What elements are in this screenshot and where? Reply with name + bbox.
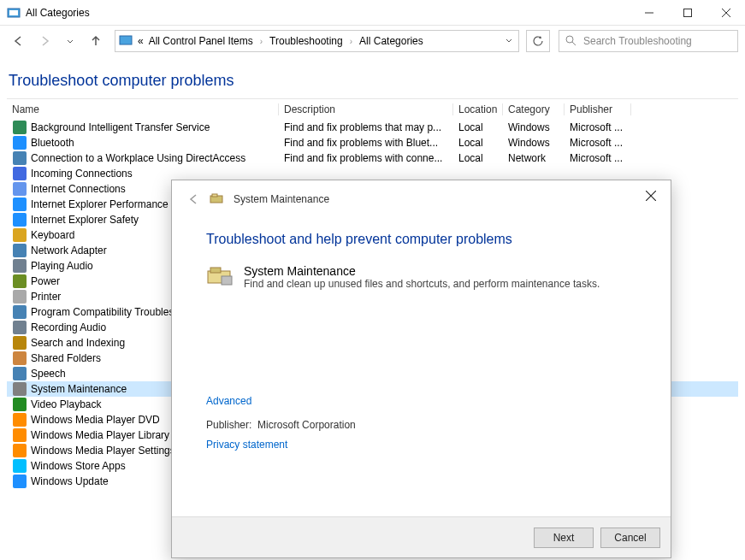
item-name: Search and Indexing — [31, 337, 125, 349]
refresh-button[interactable] — [526, 30, 550, 52]
close-button[interactable] — [707, 0, 745, 26]
item-icon — [12, 321, 27, 334]
publisher-label: Publisher: — [206, 419, 251, 431]
search-icon — [565, 34, 576, 49]
item-pub: Microsoft ... — [565, 152, 631, 164]
item-icon — [12, 274, 27, 288]
item-icon — [12, 167, 27, 180]
item-name: Internet Explorer Safety — [31, 214, 139, 226]
item-name: Video Playback — [31, 398, 102, 410]
column-location[interactable]: Location — [453, 103, 503, 115]
item-name: System Maintenance — [31, 383, 127, 395]
item-icon — [12, 459, 27, 473]
wizard-dialog: System Maintenance Troubleshoot and help… — [171, 180, 671, 558]
item-icon — [12, 382, 27, 396]
item-cat: Windows — [503, 137, 565, 149]
item-icon — [12, 367, 27, 380]
item-icon — [12, 398, 27, 411]
item-name: Windows Media Player Library — [31, 429, 169, 441]
item-name: Playing Audio — [31, 260, 93, 272]
publisher-value: Microsoft Corporation — [257, 419, 356, 431]
address-bar[interactable]: « All Control Panel Items › Troubleshoot… — [115, 30, 519, 52]
window-controls — [630, 0, 745, 26]
minimize-button[interactable] — [630, 0, 668, 26]
chevron-right-icon: › — [348, 37, 354, 46]
dialog-back-button[interactable] — [187, 192, 201, 206]
item-cat: Network — [503, 152, 565, 164]
column-publisher[interactable]: Publisher — [565, 103, 631, 115]
publisher-row: Publisher: Microsoft Corporation — [206, 419, 636, 431]
column-category[interactable]: Category — [503, 103, 565, 115]
dialog-body: Troubleshoot and help prevent computer p… — [172, 206, 671, 516]
table-row[interactable]: Background Intelligent Transfer ServiceF… — [7, 120, 738, 135]
table-row[interactable]: BluetoothFind and fix problems with Blue… — [7, 135, 738, 150]
chevron-right-icon: › — [258, 37, 264, 46]
privacy-statement-link[interactable]: Privacy statement — [206, 439, 287, 451]
search-placeholder: Search Troubleshooting — [583, 35, 692, 47]
svg-rect-6 — [120, 36, 132, 44]
svg-rect-1 — [9, 10, 18, 15]
item-icon — [12, 136, 27, 150]
item-loc: Local — [453, 121, 503, 133]
list-header: Name Description Location Category Publi… — [7, 99, 738, 120]
item-name: Windows Store Apps — [31, 460, 126, 472]
item-pub: Microsoft ... — [565, 121, 631, 133]
item-pub: Microsoft ... — [565, 137, 631, 149]
next-button[interactable]: Next — [534, 528, 594, 548]
dialog-header-title: System Maintenance — [234, 193, 329, 205]
address-icon — [119, 33, 133, 50]
item-icon — [12, 197, 27, 211]
nav-recent-dropdown[interactable] — [58, 29, 82, 53]
table-row[interactable]: Connection to a Workplace Using DirectAc… — [7, 150, 738, 166]
item-name: Connection to a Workplace Using DirectAc… — [31, 152, 245, 164]
item-icon — [12, 259, 27, 273]
item-name: Recording Audio — [31, 321, 106, 333]
dialog-header-icon — [210, 192, 225, 206]
column-description[interactable]: Description — [279, 103, 453, 115]
item-icon — [12, 413, 27, 427]
item-name: Internet Connections — [31, 183, 126, 195]
nav-forward-button[interactable] — [33, 29, 56, 53]
nav-back-button[interactable] — [7, 29, 31, 53]
dialog-header: System Maintenance — [172, 180, 671, 206]
window-title: All Categories — [26, 7, 630, 19]
search-input[interactable]: Search Troubleshooting — [559, 30, 738, 52]
dialog-item-description: Find and clean up unused files and short… — [244, 278, 600, 290]
item-name: Windows Update — [31, 475, 109, 487]
item-icon — [12, 182, 27, 196]
item-icon — [12, 151, 27, 165]
titlebar: All Categories — [0, 0, 745, 26]
item-name: Windows Media Player Settings — [31, 445, 175, 457]
advanced-link[interactable]: Advanced — [206, 395, 251, 407]
item-icon — [12, 444, 27, 457]
column-name[interactable]: Name — [7, 103, 279, 115]
breadcrumb-item[interactable]: Troubleshooting — [269, 35, 343, 47]
item-cat: Windows — [503, 121, 565, 133]
dialog-main-title: Troubleshoot and help prevent computer p… — [206, 232, 636, 247]
breadcrumb-item[interactable]: All Categories — [359, 35, 423, 47]
cancel-button[interactable]: Cancel — [600, 528, 660, 548]
dialog-close-button[interactable] — [638, 186, 664, 206]
breadcrumb-item[interactable]: All Control Panel Items — [149, 35, 253, 47]
item-icon — [12, 228, 27, 242]
item-desc: Find and fix problems with Bluet... — [279, 137, 453, 149]
item-loc: Local — [453, 152, 503, 164]
item-icon — [12, 305, 27, 319]
item-loc: Local — [453, 137, 503, 149]
svg-rect-3 — [683, 9, 691, 16]
nav-up-button[interactable] — [84, 29, 108, 53]
item-name: Incoming Connections — [31, 168, 133, 180]
svg-line-8 — [572, 42, 576, 45]
maximize-button[interactable] — [668, 0, 707, 26]
item-name: Printer — [31, 291, 61, 303]
page-title: Troubleshoot computer problems — [7, 67, 738, 98]
item-name: Power — [31, 275, 60, 287]
item-name: Speech — [31, 368, 66, 380]
item-icon — [12, 336, 27, 350]
item-name: Bluetooth — [31, 137, 74, 149]
svg-rect-15 — [222, 276, 232, 285]
item-name: Keyboard — [31, 229, 74, 241]
item-name: Internet Explorer Performance — [31, 198, 169, 210]
address-dropdown-icon[interactable] — [503, 36, 515, 46]
app-icon — [7, 6, 21, 20]
